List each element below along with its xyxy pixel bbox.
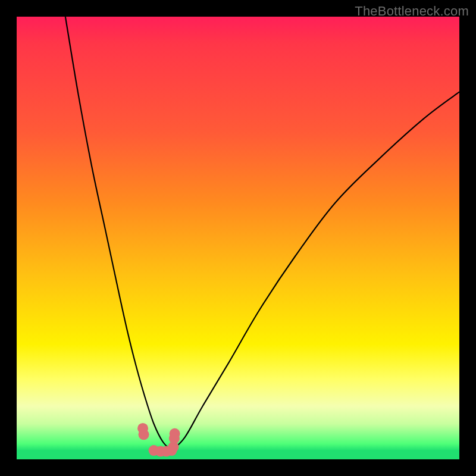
plot-area xyxy=(17,17,459,459)
curve-layer xyxy=(17,17,459,459)
chart-frame: TheBottleneck.com xyxy=(0,0,476,476)
watermark-text: TheBottleneck.com xyxy=(355,4,469,19)
left-curve xyxy=(65,17,172,450)
trough-dots xyxy=(137,423,180,457)
trough-dot xyxy=(139,429,149,440)
trough-dot xyxy=(170,428,180,439)
right-curve xyxy=(171,92,459,450)
